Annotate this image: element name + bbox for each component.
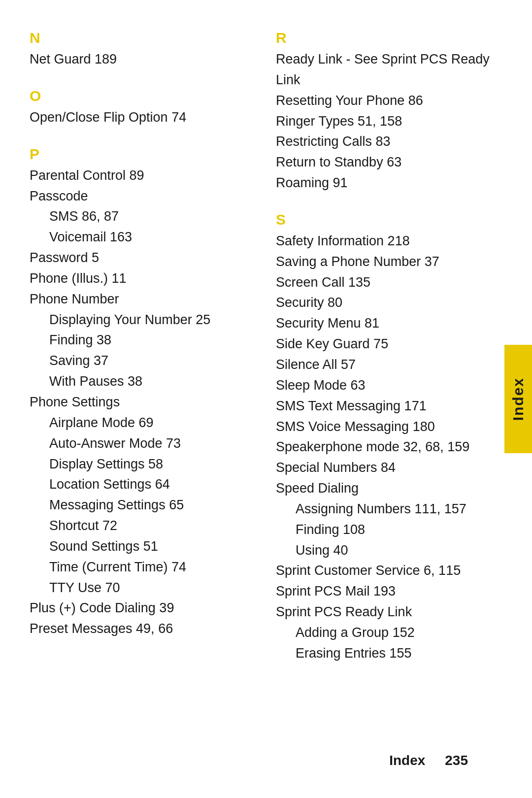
side-tab-label: Index <box>510 377 527 421</box>
index-entry: Side Key Guard 75 <box>276 334 502 355</box>
index-entry: Finding 38 <box>30 330 256 351</box>
index-entry: Roaming 91 <box>276 173 502 194</box>
index-entry: Shortcut 72 <box>30 516 256 536</box>
index-entry: Voicemail 163 <box>30 227 256 248</box>
index-entry: Saving 37 <box>30 351 256 371</box>
section-letter: N <box>30 30 256 46</box>
index-entry: Resetting Your Phone 86 <box>276 91 502 111</box>
section-n: NNet Guard 189 <box>30 30 256 70</box>
index-entry: SMS Text Messaging 171 <box>276 396 502 417</box>
index-entry: Assigning Numbers 111, 157 <box>276 499 502 520</box>
index-entry: Restricting Calls 83 <box>276 132 502 152</box>
index-entry: Ready Link - See Sprint PCS Ready Link <box>276 49 502 91</box>
index-entry: TTY Use 70 <box>30 578 256 598</box>
section-p: PParental Control 89PasscodeSMS 86, 87Vo… <box>30 146 256 639</box>
index-entry: Sprint PCS Mail 193 <box>276 581 502 602</box>
index-entry: Sprint PCS Ready Link <box>276 602 502 623</box>
index-side-tab: Index <box>504 345 532 453</box>
index-entry: Return to Standby 63 <box>276 152 502 173</box>
index-entry: Special Numbers 84 <box>276 458 502 478</box>
section-s: SSafety Information 218Saving a Phone Nu… <box>276 211 502 664</box>
index-entry: Display Settings 58 <box>30 454 256 475</box>
index-entry: Location Settings 64 <box>30 474 256 495</box>
section-letter: P <box>30 146 256 163</box>
index-entry: Screen Call 135 <box>276 272 502 293</box>
index-entry: Passcode <box>30 186 256 207</box>
index-entry: Sound Settings 51 <box>30 536 256 557</box>
index-entry: Password 5 <box>30 248 256 268</box>
columns-wrapper: NNet Guard 189OOpen/Close Flip Option 74… <box>30 30 502 743</box>
index-entry: Plus (+) Code Dialing 39 <box>30 598 256 619</box>
index-entry: Safety Information 218 <box>276 231 502 252</box>
section-r: RReady Link - See Sprint PCS Ready LinkR… <box>276 30 502 194</box>
index-entry: Speakerphone mode 32, 68, 159 <box>276 437 502 458</box>
index-entry: Open/Close Flip Option 74 <box>30 107 256 128</box>
index-entry: Sleep Mode 63 <box>276 375 502 396</box>
footer-label: Index <box>389 753 425 768</box>
index-entry: Security Menu 81 <box>276 313 502 334</box>
index-entry: Saving a Phone Number 37 <box>276 252 502 272</box>
index-entry: Speed Dialing <box>276 478 502 499</box>
index-entry: Ringer Types 51, 158 <box>276 111 502 132</box>
index-entry: Using 40 <box>276 540 502 561</box>
section-letter: O <box>30 88 256 104</box>
index-entry: Displaying Your Number 25 <box>30 310 256 331</box>
index-entry: Time (Current Time) 74 <box>30 557 256 578</box>
index-entry: With Pauses 38 <box>30 371 256 392</box>
index-entry: Finding 108 <box>276 520 502 540</box>
index-entry: Airplane Mode 69 <box>30 413 256 433</box>
index-entry: Sprint Customer Service 6, 115 <box>276 561 502 581</box>
index-entry: Net Guard 189 <box>30 49 256 70</box>
section-letter: S <box>276 211 502 228</box>
section-o: OOpen/Close Flip Option 74 <box>30 88 256 128</box>
index-entry: Phone (Illus.) 11 <box>30 268 256 289</box>
index-entry: Phone Number <box>30 289 256 310</box>
index-entry: Phone Settings <box>30 392 256 413</box>
index-entry: SMS Voice Messaging 180 <box>276 417 502 437</box>
index-entry: Security 80 <box>276 293 502 313</box>
footer-page: 235 <box>445 753 468 768</box>
index-entry: Erasing Entries 155 <box>276 643 502 664</box>
page-footer: Index 235 <box>30 743 468 768</box>
index-entry: SMS 86, 87 <box>30 206 256 227</box>
index-entry: Parental Control 89 <box>30 166 256 186</box>
page-container: NNet Guard 189OOpen/Close Flip Option 74… <box>0 0 532 798</box>
left-column: NNet Guard 189OOpen/Close Flip Option 74… <box>30 30 276 743</box>
index-entry: Adding a Group 152 <box>276 623 502 643</box>
index-entry: Silence All 57 <box>276 355 502 375</box>
index-entry: Auto-Answer Mode 73 <box>30 433 256 454</box>
index-entry: Preset Messages 49, 66 <box>30 619 256 639</box>
right-column: RReady Link - See Sprint PCS Ready LinkR… <box>276 30 502 743</box>
index-entry: Messaging Settings 65 <box>30 495 256 516</box>
section-letter: R <box>276 30 502 46</box>
